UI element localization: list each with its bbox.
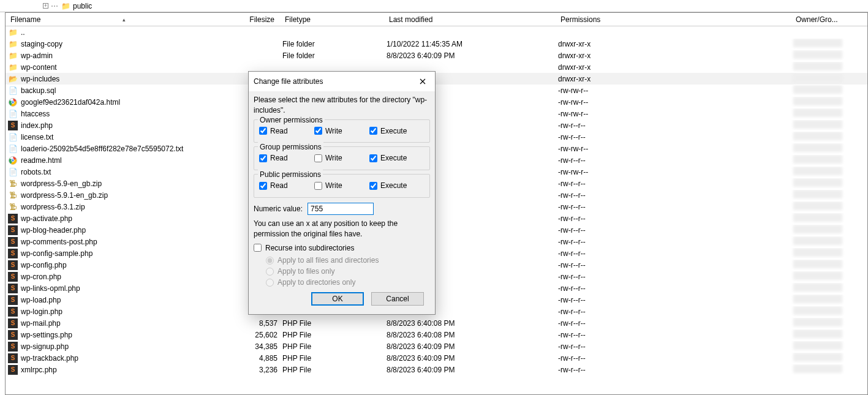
close-button[interactable] [415,75,430,88]
php-file-icon: S [8,249,18,258]
file-row[interactable]: 🗜wordpress-5.9.1-en_gb.zip20,93 PM-rw-r-… [6,189,867,201]
owner-value [793,364,842,373]
group-write-checkbox[interactable]: Write [314,153,369,164]
file-row[interactable]: Swp-links-opml.php5 AM-rw-r--r-- [6,282,867,294]
file-row[interactable]: Swp-config-sample.php5 AM-rw-r--r-- [6,247,867,259]
file-name: wp-content [21,63,57,72]
file-row[interactable]: 🗜wordpress-6.3.1.zip14,55 PM-rw-r--r-- [6,201,867,213]
owner-value [793,353,842,361]
owner-read-checkbox[interactable]: Read [259,126,314,137]
file-name: wp-config.php [21,261,67,269]
file-name: loaderio-25092b54d5e8ff6f282e78e7c559507… [21,145,183,153]
owner-write-checkbox[interactable]: Write [314,126,369,137]
column-filetype[interactable]: Filetype [280,14,384,25]
file-row[interactable]: 🗜wordpress-5.9-en_gb.zip53 AM-rw-r--r-- [6,178,867,189]
group-read-checkbox[interactable]: Read [259,153,314,164]
folder-icon: 📁 [8,62,18,72]
file-row[interactable]: Swp-cron.phpPM-rw-r--r-- [6,271,867,282]
expand-icon[interactable]: + [43,3,48,9]
file-modified: 8/8/2023 6:40:08 PM [384,331,556,339]
file-name: wordpress-5.9.1-en_gb.zip [21,191,108,200]
file-name: wp-signup.php [21,342,69,351]
recurse-checkbox[interactable]: Recurse into subdirectories [254,243,430,254]
file-row[interactable]: Swp-trackback.php4,885PHP File8/8/2023 6… [6,352,867,364]
owner-value [793,143,842,152]
owner-value [793,318,842,326]
file-row[interactable]: 📄license.txtPM-rw-r--r-- [6,131,867,143]
file-row[interactable]: Swp-activate.phpPM-rw-r--r-- [6,213,867,224]
folder-icon: 📁 [8,51,18,61]
folder-icon: 📁 [8,28,18,37]
file-size: 8,537 [243,319,280,328]
group-execute-checkbox[interactable]: Execute [369,153,425,164]
file-row[interactable]: 📂wp-includesPMdrwxr-xr-x [6,73,867,85]
sort-asc-icon: ▴ [123,17,126,23]
file-row[interactable]: 📁staging-copyFile folder1/10/2022 11:45:… [6,38,867,50]
file-row[interactable]: 📁.. [6,26,867,38]
public-execute-checkbox[interactable]: Execute [369,181,425,191]
file-name: .. [21,28,25,37]
file-permissions: -rw-r--r-- [556,273,791,281]
file-size: 25,602 [243,331,280,339]
owner-value [793,329,842,338]
file-name: wp-admin [21,51,53,60]
file-row[interactable]: googlef9ed23621daf042a.html3 PM-rw-rw-r-… [6,96,867,108]
file-size: 3,236 [243,366,280,374]
column-filesize[interactable]: Filesize [243,14,280,25]
owner-value [793,295,842,303]
file-row[interactable]: Swp-login.phpPM-rw-r--r-- [6,306,867,317]
file-type: PHP File [280,342,384,351]
numeric-value-input[interactable] [308,203,374,215]
php-file-icon: S [8,353,18,363]
file-name: wp-settings.php [21,331,72,339]
file-name: readme.html [21,156,62,165]
file-row[interactable]: readme.html6 PM-rw-r--r-- [6,154,867,166]
file-row[interactable]: Swp-settings.php25,602PHP File8/8/2023 6… [6,329,867,340]
file-permissions: -rw-r--r-- [556,284,791,293]
file-permissions: -rw-rw-r-- [556,86,791,95]
file-row[interactable]: Sindex.php1 AM-rw-r--r-- [6,119,867,131]
file-name: wp-login.php [21,307,62,316]
column-header-row: Filename▴ Filesize Filetype Last modifie… [6,13,867,26]
file-row[interactable]: Sxmlrpc.php3,236PHP File8/8/2023 6:40:09… [6,364,867,375]
file-row[interactable]: Swp-signup.php34,385PHP File8/8/2023 6:4… [6,340,867,352]
ok-button[interactable]: OK [311,292,364,306]
column-filename[interactable]: Filename▴ [6,14,243,25]
file-row[interactable]: 📁wp-adminFile folder8/8/2023 6:40:09 PMd… [6,50,867,61]
file-row[interactable]: Swp-blog-header.php1 AM-rw-r--r-- [6,224,867,236]
file-row[interactable]: Swp-load.phpPM-rw-r--r-- [6,294,867,306]
owner-value [793,132,842,140]
file-permissions: -rw-r--r-- [556,226,791,235]
file-modified: 1/10/2022 11:45:35 AM [384,40,556,48]
file-name: wp-cron.php [21,273,61,281]
file-type: PHP File [280,331,384,339]
owner-value [793,225,842,233]
file-list: 📁..📁staging-copyFile folder1/10/2022 11:… [6,26,867,375]
tree-folder-name: public [73,2,92,10]
public-write-checkbox[interactable]: Write [314,181,369,191]
php-file-icon: S [8,284,18,293]
file-row[interactable]: 📄loaderio-25092b54d5e8ff6f282e78e7c55950… [6,143,867,154]
file-name: googlef9ed23621daf042a.html [21,98,120,107]
file-row[interactable]: 📁wp-contentdrwxr-xr-x [6,61,867,73]
php-file-icon: S [8,272,18,282]
owner-value [793,236,842,245]
column-owner[interactable]: Owner/Gro... [791,14,867,25]
dialog-titlebar[interactable]: Change file attributes [249,72,435,91]
file-row[interactable]: Swp-mail.php8,537PHP File8/8/2023 6:40:0… [6,317,867,329]
file-row[interactable]: Swp-config.phpPM-rw-r--r-- [6,259,867,271]
column-lastmod[interactable]: Last modified [384,14,556,25]
column-permissions[interactable]: Permissions [556,14,791,25]
file-row[interactable]: 📄robots.txt0 PM-rw-rw-r-- [6,166,867,178]
file-row[interactable]: Swp-comments-post.phpPM-rw-r--r-- [6,236,867,247]
file-permissions: -rw-r--r-- [556,366,791,374]
file-row[interactable]: 📄htaccess3 PM-rw-rw-r-- [6,108,867,119]
hint-text: You can use an x at any position to keep… [254,219,430,239]
file-row[interactable]: 📄backup.sql17,72 AM-rw-rw-r-- [6,85,867,96]
file-name: wordpress-5.9-en_gb.zip [21,179,102,188]
file-name: wp-blog-header.php [21,226,86,235]
owner-execute-checkbox[interactable]: Execute [369,126,425,137]
public-read-checkbox[interactable]: Read [259,181,314,191]
cancel-button[interactable]: Cancel [371,292,424,306]
folder-tree-row[interactable]: + ⋯ 📁 public [0,0,868,12]
